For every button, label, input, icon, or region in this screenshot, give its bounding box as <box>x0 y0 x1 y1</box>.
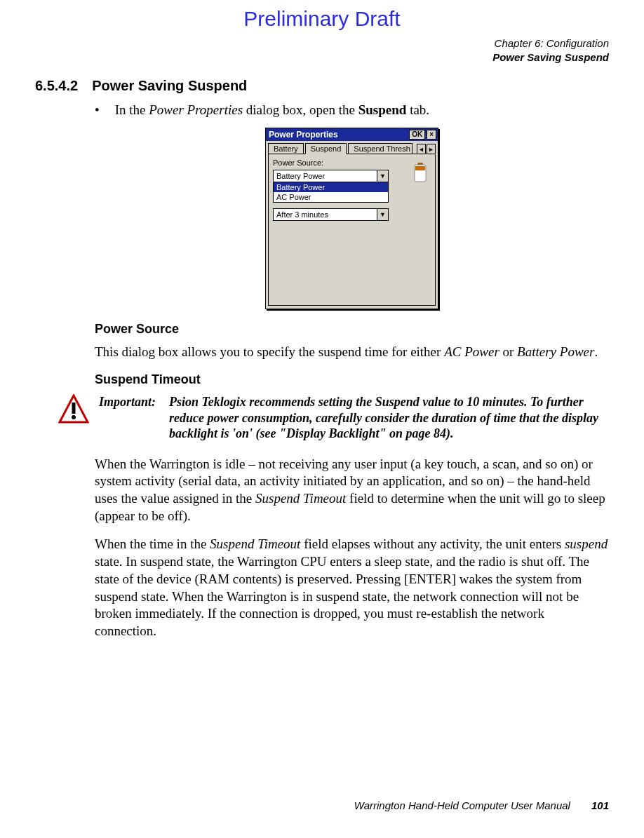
text: state. In suspend state, the Warrington … <box>95 554 589 638</box>
ok-button[interactable]: OK <box>409 130 425 140</box>
important-body: Psion Teklogix recommends setting the Su… <box>99 394 609 442</box>
list-item-battery[interactable]: Battery Power <box>274 182 388 192</box>
list-item-ac[interactable]: AC Power <box>274 192 388 202</box>
tab-suspend[interactable]: Suspend <box>305 143 347 154</box>
power-source-para: This dialog box allows you to specify th… <box>95 344 609 361</box>
footer-page-number: 101 <box>591 799 609 811</box>
text-bold: Suspend <box>358 102 407 117</box>
important-label: Important: <box>99 394 166 410</box>
text: or <box>499 344 517 359</box>
warning-icon <box>58 394 89 425</box>
svg-rect-4 <box>72 403 76 414</box>
chapter-header: Chapter 6: Configuration Power Saving Su… <box>35 36 609 64</box>
bullet-item: • In the Power Properties dialog box, op… <box>95 102 609 118</box>
combo-value: After 3 minutes <box>274 210 377 219</box>
para-idle: When the Warrington is idle – not receiv… <box>95 456 609 525</box>
battery-icon <box>412 163 428 182</box>
tab-scroll-left[interactable]: ◄ <box>417 144 426 154</box>
bullet-text: In the Power Properties dialog box, open… <box>115 102 429 118</box>
combo-value: Battery Power <box>274 172 377 180</box>
footer-manual-title: Warrington Hand-Held Computer User Manua… <box>354 799 570 811</box>
text-italic: Suspend Timeout <box>255 491 346 506</box>
chapter-subline: Power Saving Suspend <box>35 50 609 65</box>
text: In the <box>115 102 149 117</box>
suspend-timeout-heading: Suspend Timeout <box>95 372 609 387</box>
power-source-heading: Power Source <box>95 322 609 337</box>
text: tab. <box>406 102 429 117</box>
text-italic: AC Power <box>444 344 499 359</box>
section-number: 6.5.4.2 <box>35 78 78 94</box>
timeout-combo[interactable]: After 3 minutes ▼ <box>273 208 389 221</box>
text-italic: Suspend Timeout <box>210 536 300 551</box>
text: dialog box, open the <box>243 102 358 117</box>
dialog-tabs: Battery Suspend Suspend Thresh ◄ ► <box>266 141 438 154</box>
para-suspend-state: When the time in the Suspend Timeout fie… <box>95 536 609 640</box>
svg-point-5 <box>72 415 76 419</box>
section-heading: 6.5.4.2 Power Saving Suspend <box>35 78 609 94</box>
important-text: Important: Psion Teklogix recommends set… <box>99 394 609 442</box>
power-source-label: Power Source: <box>273 158 431 167</box>
bullet-marker: • <box>95 102 100 118</box>
tab-scroll-right[interactable]: ► <box>427 144 436 154</box>
chapter-line: Chapter 6: Configuration <box>35 36 609 50</box>
text: This dialog box allows you to specify th… <box>95 344 444 359</box>
power-source-combo[interactable]: Battery Power ▼ <box>273 170 389 182</box>
page-footer: Warrington Hand-Held Computer User Manua… <box>354 799 609 811</box>
dialog-body: Power Source: Battery Power ▼ Battery Po… <box>268 154 436 306</box>
power-source-list: Battery Power AC Power <box>273 182 389 203</box>
text-italic: Power Properties <box>149 102 243 117</box>
important-block: Important: Psion Teklogix recommends set… <box>58 394 609 442</box>
dialog-titlebar: Power Properties OK × <box>266 128 438 141</box>
text-italic: Battery Power <box>517 344 594 359</box>
combo-dropdown-button[interactable]: ▼ <box>377 209 388 220</box>
svg-rect-2 <box>415 166 425 170</box>
section-title: Power Saving Suspend <box>92 78 247 94</box>
draft-watermark: Preliminary Draft <box>35 7 609 31</box>
combo-dropdown-button[interactable]: ▼ <box>377 170 388 182</box>
tab-battery[interactable]: Battery <box>268 143 304 154</box>
text: field elapses without any activity, the … <box>300 536 565 551</box>
tab-suspend-thresh[interactable]: Suspend Thresh <box>348 143 412 154</box>
text-italic: suspend <box>565 536 608 551</box>
text: . <box>594 344 598 359</box>
power-properties-dialog: Power Properties OK × Battery Suspend Su… <box>265 128 438 309</box>
close-button[interactable]: × <box>427 130 436 140</box>
text: When the time in the <box>95 536 210 551</box>
dialog-title: Power Properties <box>267 130 408 140</box>
